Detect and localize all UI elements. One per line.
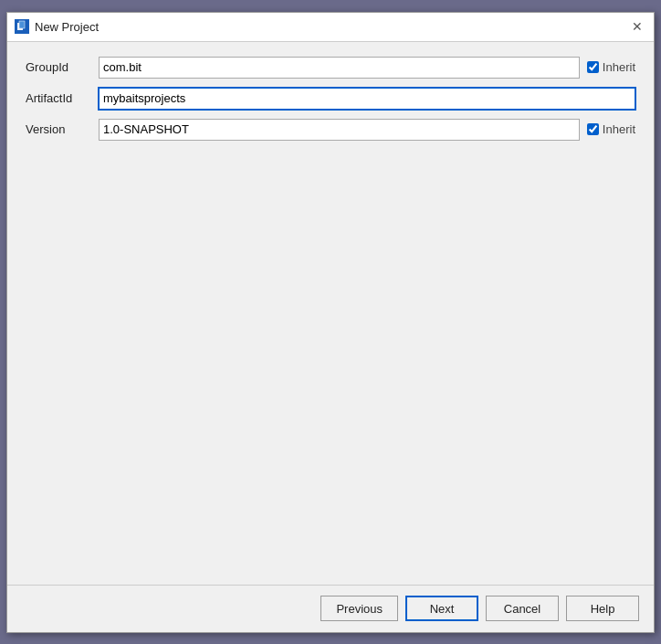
dialog-icon bbox=[15, 19, 29, 34]
group-id-row: GroupId Inherit bbox=[26, 57, 635, 79]
group-id-inherit-label: Inherit bbox=[603, 60, 635, 74]
group-id-inherit: Inherit bbox=[587, 60, 635, 74]
version-inherit-label: Inherit bbox=[603, 122, 635, 136]
version-input[interactable] bbox=[99, 119, 580, 141]
group-id-label: GroupId bbox=[26, 60, 99, 74]
group-id-input[interactable] bbox=[99, 57, 580, 79]
title-bar-left: New Project bbox=[15, 19, 99, 34]
group-id-inherit-checkbox[interactable] bbox=[587, 61, 599, 73]
version-row: Version Inherit bbox=[26, 119, 635, 141]
dialog-title: New Project bbox=[35, 20, 99, 34]
close-button[interactable]: ✕ bbox=[628, 17, 646, 36]
new-project-dialog: New Project ✕ GroupId Inherit ArtifactId… bbox=[6, 12, 655, 633]
version-label: Version bbox=[26, 122, 99, 136]
svg-rect-2 bbox=[19, 21, 25, 28]
artifact-id-label: ArtifactId bbox=[26, 91, 99, 105]
next-button[interactable]: Next bbox=[405, 596, 478, 621]
title-bar: New Project ✕ bbox=[7, 13, 654, 42]
artifact-id-row: ArtifactId bbox=[26, 88, 635, 110]
previous-button[interactable]: Previous bbox=[320, 596, 398, 621]
version-inherit-checkbox[interactable] bbox=[587, 123, 599, 135]
cancel-button[interactable]: Cancel bbox=[486, 596, 559, 621]
help-button[interactable]: Help bbox=[566, 596, 639, 621]
artifact-id-input[interactable] bbox=[99, 88, 635, 110]
dialog-footer: Previous Next Cancel Help bbox=[7, 585, 654, 632]
version-inherit: Inherit bbox=[587, 122, 635, 136]
dialog-content: GroupId Inherit ArtifactId Version Inher… bbox=[7, 42, 654, 585]
